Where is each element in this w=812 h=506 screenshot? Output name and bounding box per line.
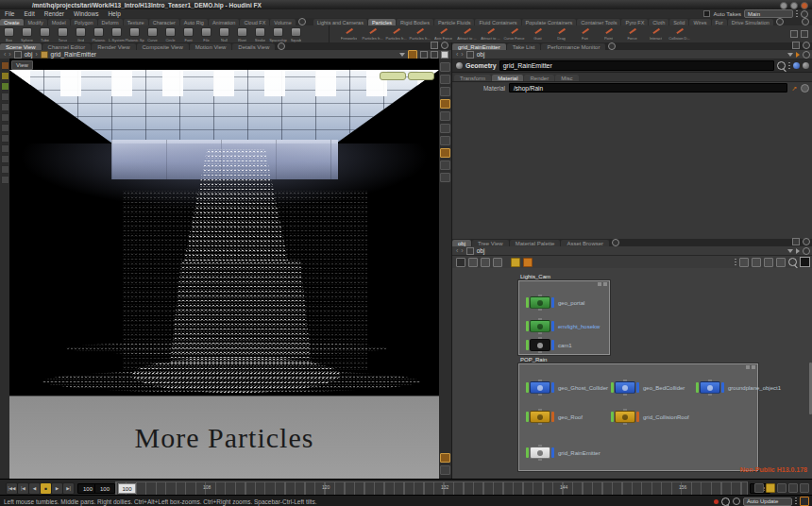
node-display-flag[interactable] [551,321,554,331]
pane-tab[interactable]: Take List [507,43,541,50]
path-dropdown-icon[interactable] [787,53,793,57]
node-geo-bedcollider[interactable]: geo_BedCollider [611,381,685,394]
shelf-tool[interactable]: File [197,25,215,42]
shelf-overflow-icon[interactable] [790,30,798,38]
node-input-flag[interactable] [526,382,529,393]
path-root[interactable]: obj [25,51,33,58]
parameter-tab[interactable]: Misc [555,75,578,81]
pane-tab[interactable]: Details View [232,43,275,50]
pane-tab[interactable]: Render View [92,43,135,50]
viewport[interactable]: View More Particles [0,59,451,479]
path-back-icon[interactable]: ‹ [456,247,458,254]
pane-maximize-icon[interactable] [431,42,438,49]
shelf-tab[interactable]: Container Tools [577,19,620,25]
node-display-flag[interactable] [551,297,554,308]
shelf-tool[interactable]: Squab [287,25,305,42]
shelf-tool[interactable]: Spaceship [269,25,287,42]
shelf-tab[interactable]: Character [149,19,179,25]
shelf-tab[interactable]: Cloth [649,19,668,25]
search-icon[interactable] [721,498,730,506]
parameter-tab[interactable]: Transform [454,75,491,81]
path-forward-icon[interactable]: › [8,51,10,58]
shelf-tool[interactable]: Curve [144,25,161,42]
path-back-icon[interactable]: ‹ [4,51,6,58]
pane-tab[interactable]: Motion View [190,43,232,50]
shelf-tab[interactable]: Particles [368,19,396,25]
viewport-scene[interactable]: View More Particles [9,59,439,479]
render-region-icon[interactable] [440,465,450,475]
path-forward-icon[interactable]: › [461,247,463,254]
shelf-tool[interactable]: Drag [550,25,573,42]
shelf-tool[interactable]: Gust [526,25,550,42]
title-bar[interactable]: /mnt/hq/projects/tari/Work/H13_Intro/H13… [0,0,812,9]
shelf-tab[interactable]: Animation [209,19,239,25]
pane-tab[interactable]: grid_RainEmitter [452,43,506,50]
path-forward-icon[interactable]: › [461,51,463,58]
shelf-tab[interactable]: Fluid Containers [475,19,520,25]
shelf-tool[interactable]: Fan [573,25,597,42]
menu-item[interactable]: File [0,10,19,17]
snap-tool-icon[interactable] [1,124,9,132]
rotate-tool-icon[interactable] [1,82,9,91]
add-pane-tab-icon[interactable] [608,42,616,50]
shelf-tool[interactable]: Font [179,25,197,42]
color-palette-icon[interactable] [511,258,520,267]
menu-item[interactable]: Edit [19,10,39,17]
frame-current-field[interactable]: 100 [94,483,115,494]
box-resize-icon[interactable] [752,365,755,369]
shelf-tab[interactable]: Auto Rig [180,19,208,25]
material-preview-icon[interactable] [440,124,450,133]
minimize-icon[interactable] [780,2,787,9]
path-root-icon[interactable] [466,51,474,59]
maximize-icon[interactable] [790,2,798,9]
enter-node-icon[interactable] [796,248,800,254]
realtime-toggle-icon[interactable] [754,483,764,493]
box-minimize-icon[interactable] [746,365,750,369]
node-input-flag[interactable] [526,412,529,422]
shelf-tool[interactable]: Grid [72,25,90,42]
shelf-tab[interactable]: Rigid Bodies [397,19,433,25]
node-envlight[interactable]: envlight_hosekw [526,320,600,332]
pane-tab[interactable]: Asset Browser [561,240,609,246]
current-frame-marker[interactable]: 100 [118,483,136,494]
path-root-icon[interactable] [14,51,22,59]
shelf-tool[interactable]: Null [215,25,233,42]
node-display-flag[interactable] [551,340,554,350]
shelf-tool[interactable]: Stroke [251,25,269,42]
layout-nodes-icon[interactable] [481,258,490,267]
align-nodes-icon[interactable] [493,258,502,267]
shelf-tool[interactable]: Platonic Sp [126,25,144,42]
shelf-tool[interactable]: Particles fr... [361,25,384,42]
gear-icon[interactable] [803,247,810,255]
shelf-tab[interactable]: Texture [124,19,148,25]
path-back-icon[interactable]: ‹ [456,51,458,58]
layout-single-icon[interactable] [440,62,450,72]
connect-mode-icon[interactable] [456,258,465,267]
go-end-button[interactable]: ▶| [62,482,75,495]
view-tool-icon[interactable] [1,144,9,153]
shading-mode-icon[interactable] [440,99,450,109]
memory-tray-icon[interactable] [800,497,809,506]
shelf-tool[interactable]: Platonic [90,25,108,42]
shelf-tab[interactable]: Cloud FX [240,19,269,25]
menu-item[interactable]: Windows [69,10,103,17]
node-input-flag[interactable] [526,447,529,458]
snapshot-icon[interactable] [440,453,450,463]
pane-tab[interactable]: Performance Monitor [541,43,605,50]
path-root-icon[interactable] [466,247,474,255]
node-name-field[interactable]: grid_RainEmitter [499,60,774,71]
shelf-tool[interactable]: Interact [644,25,668,42]
display-options-icon[interactable] [440,111,450,121]
shelf-tab[interactable]: Modify [25,19,47,25]
select-tool-icon[interactable] [1,61,9,70]
shelf-tab[interactable]: Particle Fluids [434,19,475,25]
group-list-icon[interactable] [440,173,450,182]
network-box-pop-rain[interactable]: POP_Rain geo_Ghost_Collider geo_BedColli… [518,363,758,471]
shelf-tab[interactable]: Wires [689,19,710,25]
node-display-flag[interactable] [721,382,724,393]
node-geo-ghost-collider[interactable]: geo_Ghost_Collider [526,381,608,394]
playbar-settings-icon[interactable] [800,483,809,493]
node-input-flag[interactable] [611,382,614,393]
node-input-flag[interactable] [611,412,614,422]
view-option-icon[interactable] [441,51,448,59]
